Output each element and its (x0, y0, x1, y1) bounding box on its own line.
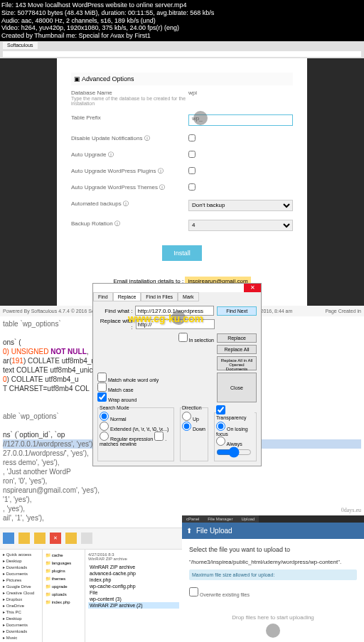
terminal-line: File: 143 Move localhost WordPress websi… (1, 1, 363, 9)
tab-replace[interactable]: Replace (113, 292, 141, 301)
replace-all-open-button[interactable]: Replace All in All Opened Documents (217, 356, 257, 370)
in-selection-checkbox[interactable] (178, 333, 188, 342)
browser-tab[interactable]: Softaculous (3, 42, 38, 49)
upload-header: ⬆ File Upload (182, 523, 364, 539)
tree-item[interactable]: ▸ Quick access (1, 551, 41, 557)
cpanel-upload: cPanel File Manager Upload ⬆ File Upload… (182, 515, 364, 642)
file-list[interactable]: 4/27/2016 8:3 WinRAR ZIP archive WinRAR … (85, 550, 182, 642)
tab-find[interactable]: Find (93, 292, 113, 301)
mode-extended-radio[interactable] (100, 422, 109, 431)
folder-list[interactable]: 📁 cache📁 languages📁 plugins📁 themes📁 upg… (43, 550, 85, 642)
terminal-line: Created by Thumbnail me: Special for Ava… (1, 32, 363, 40)
autoup-checkbox[interactable] (188, 151, 196, 158)
replace-all-button[interactable]: Replace All (217, 345, 257, 354)
folder-item[interactable]: 📁 index.php (44, 598, 83, 606)
tab-mark[interactable]: Mark (178, 292, 199, 301)
autoup-themes-checkbox[interactable] (188, 183, 196, 191)
trans-losing-radio[interactable] (216, 422, 225, 431)
drop-zone[interactable]: Drop files here to start uploading or Se… (189, 600, 357, 642)
mode-regex-radio[interactable] (100, 432, 109, 441)
find-next-button[interactable]: Find Next (217, 306, 257, 316)
tab-findinfiles[interactable]: Find in Files (141, 292, 178, 301)
url-input[interactable] (3, 51, 361, 57)
trans-always-radio[interactable] (216, 437, 225, 446)
newfolder-icon[interactable] (65, 533, 77, 544)
find-label: Find what : (97, 308, 132, 314)
wrap-checkbox[interactable] (97, 392, 107, 402)
folder-item[interactable]: 📁 themes (44, 574, 83, 582)
transparency-checkbox[interactable] (216, 405, 225, 414)
replace-input[interactable] (136, 319, 215, 329)
tree-item[interactable]: ▸ Documents (1, 570, 41, 577)
dir-up-radio[interactable] (182, 412, 191, 421)
file-row[interactable]: advanced-cache.php (88, 570, 179, 577)
help-icon[interactable]: ⓘ (123, 200, 129, 207)
mode-normal-radio[interactable] (100, 412, 109, 421)
file-row[interactable]: index.php (88, 577, 179, 583)
tree-item[interactable]: ▸ Desktop (1, 615, 41, 621)
prefix-input[interactable]: wp_ (188, 114, 293, 126)
file-row[interactable]: WinRAR ZIP archive (88, 564, 179, 570)
explorer-tree[interactable]: ▸ Quick access▸ Desktop▸ Downloads▸ Docu… (0, 550, 43, 642)
autoup-plugins-checkbox[interactable] (188, 167, 196, 174)
tree-item[interactable]: ▸ Creative Cloud (1, 589, 41, 596)
tree-item[interactable]: ▸ Google Drive (1, 583, 41, 589)
tree-item[interactable]: ▸ Downloads (1, 564, 41, 570)
tree-item[interactable]: ▸ Desktop (1, 557, 41, 564)
match-case-checkbox[interactable] (97, 382, 107, 392)
tree-item[interactable]: ▸ Pictures (1, 577, 41, 583)
file-meta: WinRAR ZIP archive (88, 557, 179, 561)
tree-item[interactable]: ▸ This PC (1, 609, 41, 615)
tree-item[interactable]: ▸ OneDrive (1, 602, 41, 609)
properties-icon[interactable] (81, 533, 92, 544)
dbname-help: Type the name of the database to be crea… (71, 96, 188, 106)
folder-item[interactable]: 📁 uploads (44, 590, 83, 598)
transparency-slider[interactable] (216, 446, 252, 458)
delete-icon[interactable]: ✕ (50, 533, 61, 544)
help-icon[interactable]: ⓘ (158, 168, 164, 174)
browser-urlbar (0, 50, 364, 58)
rotation-select[interactable]: 4 (188, 220, 293, 231)
backup-select[interactable]: Don't backup (188, 200, 293, 211)
help-icon[interactable]: ⓘ (114, 220, 120, 227)
watermark-site: 0days.eu (341, 507, 361, 514)
minus-icon: ▣ (74, 75, 80, 82)
paste-icon[interactable] (34, 533, 46, 544)
cursor-indicator (266, 624, 280, 638)
close-button[interactable]: Close (217, 373, 257, 402)
softaculous-panel: ▣ Advanced Options Database Name Type th… (0, 58, 364, 316)
file-row[interactable]: File (88, 589, 179, 596)
notif-checkbox[interactable] (188, 134, 196, 141)
file-row[interactable]: WinRAR ZIP archive (2) (88, 602, 179, 609)
find-input[interactable] (135, 306, 214, 316)
tree-item[interactable]: ▸ Music (1, 634, 41, 641)
folder-item[interactable]: 📁 upgrade (44, 582, 83, 590)
install-button[interactable]: Install (162, 245, 202, 261)
file-explorer: ✕ ▸ Quick access▸ Desktop▸ Downloads▸ Do… (0, 515, 182, 642)
overwrite-checkbox[interactable] (189, 587, 198, 596)
help-icon[interactable]: ⓘ (144, 135, 150, 141)
replace-label: Replace with : (97, 318, 133, 331)
direction-label: Direction (182, 405, 202, 410)
upload-message: Select the file you want to upload to (189, 546, 357, 553)
copy-icon[interactable] (18, 533, 30, 544)
help-icon[interactable]: ⓘ (159, 184, 165, 191)
folder-item[interactable]: 📁 cache (44, 551, 83, 559)
folder-item[interactable]: 📁 languages (44, 559, 83, 567)
tree-item[interactable]: ▸ Dropbox (1, 596, 41, 602)
file-row[interactable]: wp-content (3) (88, 596, 179, 602)
dir-down-radio[interactable] (182, 422, 191, 431)
replace-button[interactable]: Replace (217, 333, 257, 343)
folder-item[interactable]: 📁 plugins (44, 567, 83, 574)
file-row[interactable]: wp-cache-config.php (88, 583, 179, 589)
notif-label: Disable Update Notifications ⓘ (71, 134, 188, 142)
tree-item[interactable]: ▸ Downloads (1, 628, 41, 634)
whole-word-checkbox[interactable] (97, 373, 107, 382)
pin-icon[interactable] (3, 533, 14, 544)
tree-item[interactable]: ▸ Documents (1, 621, 41, 628)
dbname-value: wpi (188, 90, 293, 106)
advanced-options-toggle[interactable]: ▣ Advanced Options (71, 73, 293, 85)
help-icon[interactable]: ⓘ (108, 151, 114, 158)
close-icon[interactable]: ✕ (244, 284, 261, 292)
explorer-ribbon: ✕ (0, 528, 182, 550)
